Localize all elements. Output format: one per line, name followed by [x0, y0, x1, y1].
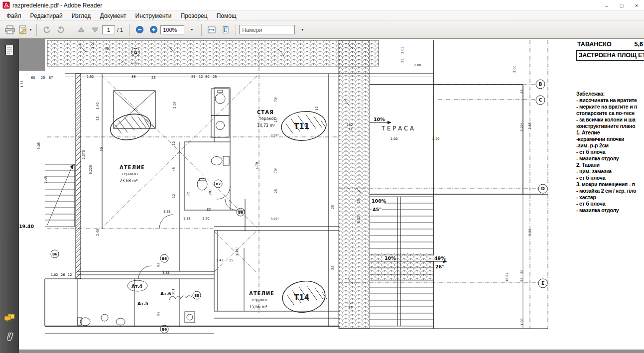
page-background	[19, 39, 644, 350]
document-area[interactable]: 6025871.528625251250252.002.05251.0045°2…	[19, 39, 644, 353]
dim-label: 82	[156, 263, 160, 267]
pages-icon	[4, 44, 15, 57]
menu-item-Помощ[interactable]: Помощ	[212, 11, 241, 20]
room-label: СТАЯ	[257, 110, 274, 115]
navigation-panel-sidebar	[0, 39, 19, 353]
note-line: 3. мокри помещения - п	[576, 181, 644, 188]
page-number-input[interactable]	[102, 25, 115, 34]
next-page-button[interactable]	[89, 23, 102, 37]
zoom-out-icon	[135, 25, 144, 34]
dim-label: 20	[520, 270, 524, 274]
dim-label: 25	[96, 117, 100, 120]
room-sub-label: 23.68 m²	[120, 179, 137, 183]
page-count-label: / 1	[117, 27, 123, 33]
print-icon	[4, 25, 15, 34]
bubble-label: C	[539, 98, 542, 103]
notes-body: Забележка:- височината на вратите- мерки…	[576, 91, 644, 214]
toolbar-separator	[201, 24, 202, 36]
room-sub-label: теракот	[251, 298, 268, 302]
note-line: - мозайка 2 см / кер. пло	[576, 188, 644, 194]
room-label: АТЕЛИЕ	[120, 165, 145, 170]
fit-width-button[interactable]	[205, 23, 218, 37]
pdf-page-canvas[interactable]: 6025871.528625251250252.002.05251.0045°2…	[19, 39, 644, 353]
dim-label: 1.00	[91, 42, 95, 49]
fit-page-button[interactable]	[219, 23, 232, 37]
dim-label: 1.43	[216, 258, 223, 262]
dim-label: 60	[31, 76, 35, 80]
zoom-level-select[interactable]: 100%	[160, 25, 184, 34]
at-label-label: Ат.5	[137, 301, 148, 306]
marker-label: J1	[133, 51, 137, 55]
dim-label: 73⁵	[274, 168, 278, 173]
notes-heading-value: 5,6	[635, 41, 643, 48]
adobe-reader-icon	[2, 1, 10, 9]
note-line: столарските са по-тесн	[576, 110, 644, 117]
dim-label: 1.20	[202, 217, 209, 221]
dim-label: 2.05	[400, 47, 404, 54]
menu-item-Инструменти[interactable]: Инструменти	[131, 11, 176, 20]
note-line: - за всички колони и ша	[576, 117, 644, 123]
rev-label: Т14	[294, 293, 309, 302]
content-area: 6025871.528625251250252.002.05251.0045°2…	[0, 39, 644, 353]
find-caret-icon: ▼	[301, 28, 304, 31]
paperclip-icon	[4, 331, 14, 342]
minimize-button[interactable]: –	[599, 1, 614, 10]
dim-label: 1.52	[87, 75, 94, 79]
note-line: - ст б плоча	[576, 175, 644, 181]
note-line: - мазилка отдолу	[576, 207, 644, 214]
dim-label: 72	[186, 192, 190, 196]
previous-view-button[interactable]	[40, 23, 53, 37]
dim-label: 2.00	[513, 66, 516, 73]
dim-label: 30	[100, 147, 104, 151]
menu-item-Файл[interactable]: Файл	[2, 11, 26, 20]
pages-panel-button[interactable]	[4, 44, 15, 59]
dim-label: 3.07⁵	[270, 217, 279, 221]
dim-label: 45	[172, 167, 176, 171]
comments-icon	[3, 313, 15, 324]
dim-label: 25	[400, 59, 404, 63]
dim-label: 152	[347, 301, 353, 305]
dim-label: 25	[151, 76, 155, 80]
dim-label: 77	[348, 127, 352, 131]
attachments-panel-button[interactable]	[4, 331, 14, 344]
toolbar: ▼ / 1	[0, 21, 644, 39]
maximize-button[interactable]: □	[614, 1, 629, 10]
menu-item-Редактирай[interactable]: Редактирай	[26, 11, 67, 20]
note-line: -зим. р-р 2см	[576, 142, 644, 149]
page-up-icon	[77, 26, 85, 33]
dim-label: 1.00	[390, 137, 397, 141]
find-input[interactable]	[239, 25, 295, 34]
zoom-out-button[interactable]	[133, 23, 146, 37]
zoom-options-button[interactable]: ▼	[185, 23, 198, 37]
print-button[interactable]	[3, 23, 16, 37]
dim-label: 12	[315, 107, 319, 111]
menu-item-Прозорец[interactable]: Прозорец	[176, 11, 212, 20]
dim-label: 201	[171, 289, 175, 295]
dim-label: 25	[121, 60, 125, 64]
dim-label: 12	[172, 141, 176, 145]
dim-label: 25	[213, 75, 217, 79]
previous-page-button[interactable]	[75, 23, 88, 37]
toolbar-separator	[36, 24, 37, 36]
zoom-in-icon	[149, 25, 158, 34]
slope-label: 49%	[434, 255, 446, 261]
menu-bar: ФайлРедактирайИзгледДокументИнструментиП…	[0, 11, 644, 21]
menu-item-Изглед[interactable]: Изглед	[67, 11, 96, 20]
dim-label: 25	[520, 90, 524, 94]
comments-panel-button[interactable]	[3, 313, 15, 326]
dim-label: 25	[357, 199, 361, 203]
close-button[interactable]: ×	[629, 1, 644, 10]
title-bar: razpredelenie.pdf - Adobe Reader – □ ×	[0, 0, 644, 11]
dim-label: 12	[68, 273, 72, 277]
slope-label: 45°	[373, 207, 382, 212]
dim-label: 3.05	[37, 142, 41, 149]
note-line: - хастар	[576, 194, 644, 201]
next-view-button[interactable]	[54, 23, 67, 37]
menu-item-Документ[interactable]: Документ	[95, 11, 130, 20]
zoom-in-button[interactable]	[147, 23, 160, 37]
marker-label: B7	[216, 182, 221, 186]
find-options-button[interactable]: ▼	[295, 23, 308, 37]
dim-label: 152	[347, 123, 353, 127]
email-button[interactable]: ▼	[17, 23, 33, 37]
bubble-label: E	[541, 281, 544, 286]
